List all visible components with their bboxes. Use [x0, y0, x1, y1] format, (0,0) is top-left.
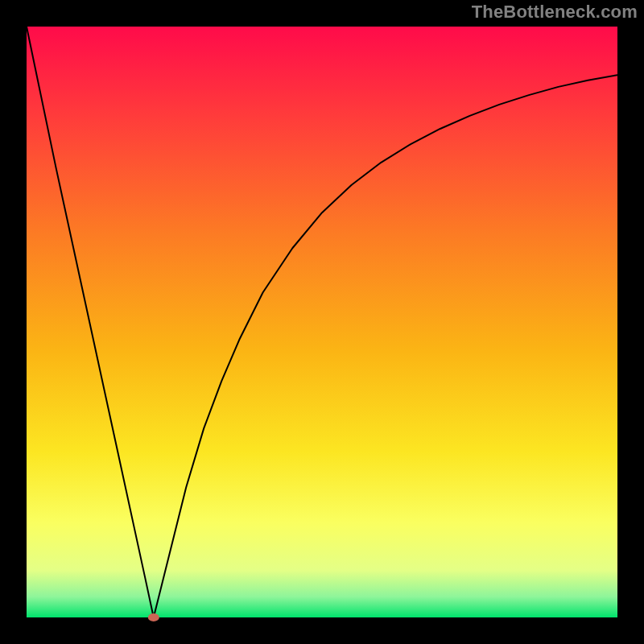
optimum-marker	[148, 613, 159, 621]
watermark-text: TheBottleneck.com	[472, 2, 638, 23]
chart-background	[27, 27, 617, 617]
chart-frame: TheBottleneck.com	[0, 0, 644, 644]
bottleneck-chart	[0, 0, 644, 644]
